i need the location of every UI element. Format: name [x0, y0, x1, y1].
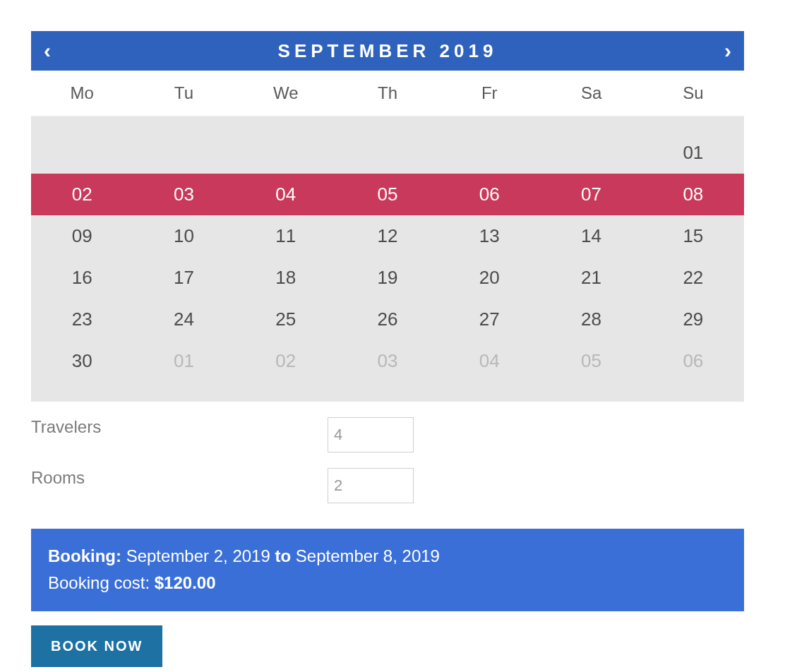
- calendar-cell[interactable]: 05: [337, 174, 438, 215]
- booking-widget: ‹ SEPTEMBER 2019 › MoTuWeThFrSaSu 010203…: [31, 31, 744, 667]
- booking-cost-line: Booking cost: $120.00: [48, 570, 727, 596]
- calendar-cell[interactable]: 06: [642, 340, 744, 382]
- calendar-cell[interactable]: 05: [540, 340, 642, 382]
- calendar-cell-empty: [133, 132, 234, 174]
- calendar-cell[interactable]: 12: [337, 215, 438, 257]
- next-month-button[interactable]: ›: [724, 40, 731, 61]
- calendar-cell[interactable]: 20: [438, 257, 540, 299]
- weekday-label: Mo: [31, 71, 133, 116]
- booking-summary: Booking: September 2, 2019 to September …: [31, 529, 744, 611]
- calendar-title: SEPTEMBER 2019: [278, 40, 498, 62]
- calendar-cell[interactable]: 26: [337, 299, 438, 340]
- rooms-label: Rooms: [31, 468, 328, 488]
- travelers-row: Travelers: [31, 417, 744, 452]
- weekday-label: Fr: [438, 71, 540, 116]
- calendar-cell[interactable]: 13: [438, 215, 540, 257]
- calendar-body: 0102030405060708091011121314151617181920…: [31, 116, 744, 402]
- calendar-cell-empty: [31, 132, 133, 174]
- calendar-cell[interactable]: 19: [337, 257, 438, 299]
- booking-cost-value: $120.00: [155, 573, 216, 592]
- calendar-cell[interactable]: 22: [642, 257, 744, 299]
- calendar-cell[interactable]: 29: [642, 299, 744, 340]
- booking-to-date: September 8, 2019: [296, 546, 440, 565]
- calendar-cell[interactable]: 08: [642, 174, 744, 215]
- calendar-cell[interactable]: 28: [540, 299, 642, 340]
- booking-label: Booking:: [48, 546, 121, 565]
- calendar-cell[interactable]: 30: [31, 340, 133, 382]
- booking-from-date: September 2, 2019: [126, 546, 270, 565]
- calendar-cell[interactable]: 14: [540, 215, 642, 257]
- calendar-grid: 0102030405060708091011121314151617181920…: [31, 132, 744, 382]
- weekday-label: Th: [337, 71, 438, 116]
- calendar-cell[interactable]: 01: [642, 132, 744, 174]
- travelers-label: Travelers: [31, 417, 328, 437]
- calendar-header: ‹ SEPTEMBER 2019 ›: [31, 31, 744, 71]
- calendar-cell[interactable]: 02: [235, 340, 337, 382]
- calendar-cell[interactable]: 11: [235, 215, 337, 257]
- booking-to-word: to: [275, 546, 291, 565]
- calendar-cell-empty: [337, 132, 438, 174]
- weekday-label: Su: [642, 71, 744, 116]
- calendar-cell[interactable]: 04: [235, 174, 337, 215]
- calendar-cell[interactable]: 16: [31, 257, 133, 299]
- booking-range-line: Booking: September 2, 2019 to September …: [48, 543, 727, 570]
- calendar-cell[interactable]: 25: [235, 299, 337, 340]
- calendar-cell[interactable]: 09: [31, 215, 133, 257]
- weekday-label: Tu: [133, 71, 234, 116]
- calendar-cell-empty: [540, 132, 642, 174]
- booking-cost-label: Booking cost:: [48, 573, 150, 592]
- rooms-row: Rooms: [31, 468, 744, 503]
- calendar-cell[interactable]: 24: [133, 299, 234, 340]
- calendar-cell[interactable]: 07: [540, 174, 642, 215]
- calendar-cell[interactable]: 01: [133, 340, 234, 382]
- calendar-cell[interactable]: 15: [642, 215, 744, 257]
- calendar-cell[interactable]: 27: [438, 299, 540, 340]
- rooms-input[interactable]: [328, 468, 414, 503]
- calendar-cell-empty: [438, 132, 540, 174]
- calendar-cell[interactable]: 02: [31, 174, 133, 215]
- calendar-cell[interactable]: 04: [438, 340, 540, 382]
- calendar-cell[interactable]: 03: [337, 340, 438, 382]
- calendar-cell[interactable]: 06: [438, 174, 540, 215]
- calendar-cell[interactable]: 23: [31, 299, 133, 340]
- prev-month-button[interactable]: ‹: [44, 40, 51, 61]
- calendar-cell[interactable]: 18: [235, 257, 337, 299]
- travelers-input[interactable]: [328, 417, 414, 452]
- weekday-row: MoTuWeThFrSaSu: [31, 71, 744, 116]
- calendar-cell[interactable]: 10: [133, 215, 234, 257]
- book-now-button[interactable]: BOOK NOW: [31, 625, 162, 667]
- calendar-cell-empty: [235, 132, 337, 174]
- weekday-label: We: [235, 71, 337, 116]
- calendar-cell[interactable]: 21: [540, 257, 642, 299]
- calendar-cell[interactable]: 03: [133, 174, 234, 215]
- weekday-label: Sa: [540, 71, 642, 116]
- calendar-cell[interactable]: 17: [133, 257, 234, 299]
